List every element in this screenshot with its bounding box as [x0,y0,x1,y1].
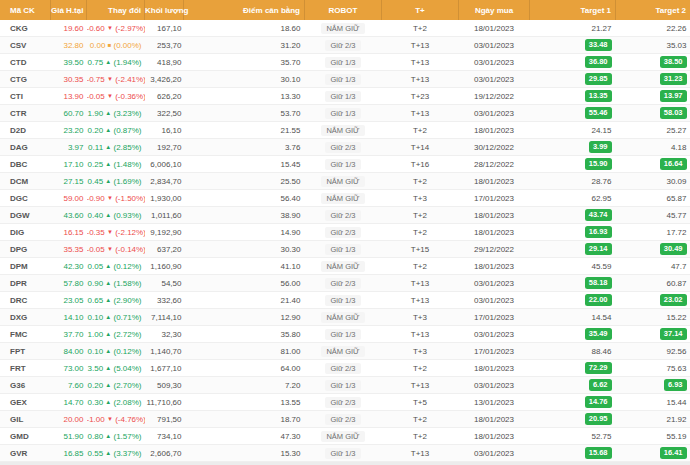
holding-period: T+3 [382,343,459,360]
table-row-CTI[interactable]: CTI13.90-0.05 ▼ (-0.36%)626,2013.30Giữ 1… [0,88,690,105]
ticker-symbol[interactable]: CTI [0,88,51,105]
ticker-symbol[interactable]: DGW [0,207,51,224]
ticker-symbol[interactable]: DPR [0,275,51,292]
current-price: 13.90 [51,88,87,105]
table-row-CSV[interactable]: CSV32.800.00 ■ (0.00%)253,7031.20Giữ 2/3… [0,37,690,54]
robot-signal: NẮM GIỮ [305,173,382,190]
volume: 2,834,70 [145,173,184,190]
price-change: 1.90 ▲ (3.23%) [87,105,145,122]
column-header-tplus[interactable]: T+ [382,0,459,20]
holding-period: T+2 [382,20,459,37]
volume: 791,50 [145,411,184,428]
column-header-t2[interactable]: Target 2 [616,0,690,20]
volume: 418,90 [145,54,184,71]
table-row-DGC[interactable]: DGC59.00-0.90 ▼ (-1.50%)1,930,0056.40NẮM… [0,190,690,207]
ticker-symbol[interactable]: D2D [0,122,51,139]
ticker-symbol[interactable]: DAG [0,139,51,156]
table-row-DPM[interactable]: DPM42.300.05 ▲ (0.12%)1,160,9041.10NẮM G… [0,258,690,275]
robot-signal-label: Giữ 2/3 [325,40,360,51]
table-row-GMD[interactable]: GMD51.900.80 ▲ (1.57%)734,1047.30NẮM GIỮ… [0,428,690,445]
ticker-symbol[interactable]: CKG [0,20,51,37]
price-change: 0.25 ▲ (1.48%) [87,156,145,173]
table-row-DBC[interactable]: DBC17.100.25 ▲ (1.48%)6,006,1015.45Giữ 1… [0,156,690,173]
holding-period: T+13 [382,377,459,394]
target-1-badge: 14.76 [585,396,612,408]
column-header-price[interactable]: Giá H.tại [51,0,87,20]
column-header-change[interactable]: Thay đổi [87,0,145,20]
target-1-hit-badge: 13.35 [530,88,616,105]
table-row-DPR[interactable]: DPR57.800.90 ▲ (1.58%)54,5056.00Giữ 2/3T… [0,275,690,292]
balance-point: 25.50 [184,173,305,190]
table-row-FMC[interactable]: FMC37.701.00 ▲ (2.72%)32,3035.80Giữ 1/3T… [0,326,690,343]
ticker-symbol[interactable]: CSV [0,37,51,54]
ticker-symbol[interactable]: CTD [0,54,51,71]
current-price: 42.30 [51,258,87,275]
holding-period: T+2 [382,173,459,190]
table-row-G36[interactable]: G367.600.20 ▲ (2.70%)509,307.20Giữ 1/3T+… [0,377,690,394]
target-1-badge: 55.46 [585,107,612,119]
ticker-symbol[interactable]: GVR [0,445,51,462]
target-2-value: 4.18 [616,139,690,156]
table-row-CTR[interactable]: CTR60.701.90 ▲ (3.23%)322,5053.70Giữ 1/3… [0,105,690,122]
ticker-symbol[interactable]: DPM [0,258,51,275]
table-row-FRT[interactable]: FRT73.003.50 ▲ (5.04%)1,677,1064.00Giữ 2… [0,360,690,377]
table-row-DXG[interactable]: DXG14.100.10 ▲ (0.71%)7,114,1012.90NẮM G… [0,309,690,326]
robot-signal: Giữ 1/3 [305,241,382,258]
ticker-symbol[interactable]: GEX [0,394,51,411]
table-row-DGW[interactable]: DGW43.600.40 ▲ (0.93%)1,011,6038.90Giữ 2… [0,207,690,224]
ticker-symbol[interactable]: FPT [0,343,51,360]
table-row-D2D[interactable]: D2D23.200.20 ▲ (0.87%)16,1021.55NẮM GIỮT… [0,122,690,139]
balance-point: 18.70 [184,411,305,428]
table-row-DIG[interactable]: DIG16.15-0.35 ▼ (-2.12%)9,192,9014.90Giữ… [0,224,690,241]
target-2-hit-badge: 30.49 [616,241,690,258]
holding-period: T+13 [382,105,459,122]
ticker-symbol[interactable]: DBC [0,156,51,173]
target-2-value: 92.56 [616,343,690,360]
ticker-symbol[interactable]: FRT [0,360,51,377]
holding-period: T+15 [382,241,459,258]
ticker-symbol[interactable]: CTG [0,71,51,88]
column-header-date[interactable]: Ngày mua [459,0,530,20]
table-row-GIL[interactable]: GIL20.00-1.00 ▼ (-4.76%)791,5018.70Giữ 2… [0,411,690,428]
buy-date: 18/01/2023 [459,428,530,445]
ticker-symbol[interactable]: DRC [0,292,51,309]
down-arrow-icon: ▼ [107,93,113,99]
volume: 734,10 [145,428,184,445]
table-row-DAG[interactable]: DAG3.970.11 ▲ (2.85%)192,703.76Giữ 2/3T+… [0,139,690,156]
table-row-DRC[interactable]: DRC23.050.65 ▲ (2.90%)332,6021.40Giữ 1/3… [0,292,690,309]
ticker-symbol[interactable]: DPG [0,241,51,258]
table-row-DPG[interactable]: DPG35.35-0.05 ▼ (-0.14%)637,2030.30Giữ 1… [0,241,690,258]
current-price: 84.00 [51,343,87,360]
ticker-symbol[interactable]: GMD [0,428,51,445]
ticker-symbol[interactable]: G36 [0,377,51,394]
ticker-symbol[interactable]: DIG [0,224,51,241]
column-header-symbol[interactable]: Mã CK [0,0,51,20]
table-row-CTD[interactable]: CTD39.500.75 ▲ (1.94%)418,9035.70Giữ 1/3… [0,54,690,71]
column-header-robot[interactable]: ROBOT [305,0,382,20]
ticker-symbol[interactable]: DCM [0,173,51,190]
table-row-FPT[interactable]: FPT84.000.10 ▲ (0.12%)1,140,7081.00NẮM G… [0,343,690,360]
table-row-DCM[interactable]: DCM27.150.45 ▲ (1.69%)2,834,7025.50NẮM G… [0,173,690,190]
table-row-GVR[interactable]: GVR16.850.55 ▲ (3.37%)2,606,7015.30Giữ 1… [0,445,690,462]
table-row-CKG[interactable]: CKG19.60-0.60 ▼ (-2.97%)167,1018.60NẮM G… [0,20,690,37]
price-change: -0.75 ▼ (-2.41%) [87,71,145,88]
buy-date: 03/01/2023 [459,292,530,309]
ticker-symbol[interactable]: GIL [0,411,51,428]
ticker-symbol[interactable]: FMC [0,326,51,343]
robot-signal-label: Giữ 1/3 [325,244,360,255]
target-2-hit-badge: 31.23 [616,71,690,88]
balance-point: 35.70 [184,54,305,71]
robot-signal: Giữ 1/3 [305,71,382,88]
ticker-symbol[interactable]: DXG [0,309,51,326]
column-header-balance[interactable]: Điểm cân bằng [184,0,305,20]
table-row-GEX[interactable]: GEX14.700.30 ▲ (2.08%)11,710,6013.55Giữ … [0,394,690,411]
target-1-hit-badge: 72.29 [530,360,616,377]
ticker-symbol[interactable]: CTR [0,105,51,122]
column-header-t1[interactable]: Target 1 [530,0,616,20]
robot-signal: Giữ 2/3 [305,37,382,54]
ticker-symbol[interactable]: DGC [0,190,51,207]
price-change: 3.50 ▲ (5.04%) [87,360,145,377]
price-change: -0.60 ▼ (-2.97%) [87,20,145,37]
column-header-volume[interactable]: Khối lượng [145,0,184,20]
table-row-CTG[interactable]: CTG30.35-0.75 ▼ (-2.41%)3,426,2030.10Giữ… [0,71,690,88]
